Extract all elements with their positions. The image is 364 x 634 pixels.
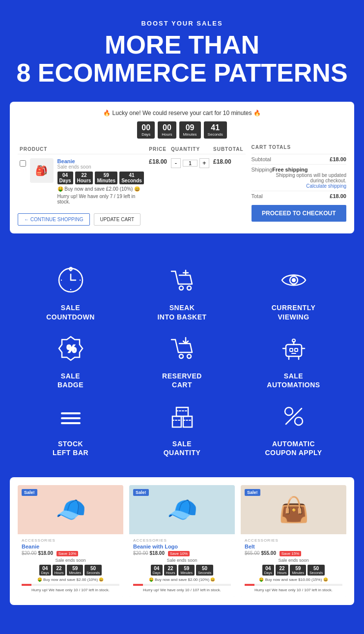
product-card[interactable]: Sale! 🧢 ACCESSORIES Beanie $20.00 $18.00… [18,485,123,597]
svg-point-12 [187,286,191,290]
product-category: ACCESSORIES [22,538,119,543]
subtotal-cell: £18.00 [211,154,246,209]
product-card[interactable]: Sale! 👜 ACCESSORIES Belt $65.00 $55.00 S… [241,485,346,597]
main-title: MORE THAN 8 ECOMMERCE PATTERNS [10,31,354,87]
svg-point-43 [285,407,293,415]
svg-point-16 [292,279,295,282]
feature-stock-left-bar: STOCK LEFT BAR [20,399,121,457]
calculate-shipping-link[interactable]: Calculate shipping [272,183,346,189]
cart-actions: ← CONTINUE SHOPPING UPDATE CART [18,213,246,226]
svg-rect-37 [183,416,192,427]
reserved-cart-icon [165,331,199,366]
svg-line-10 [175,271,178,284]
quantity-control: - + [171,158,209,168]
product-cell: 🎒 Beanie Sale ends soon 04Days 22Hours 5… [18,154,147,209]
product-info: ACCESSORIES Belt $65.00 $55.00 Save 15% … [241,534,346,597]
feature-label-sale-badge: SALE BADGE [57,372,84,389]
countdown-minutes: 09 Minutes [179,121,201,139]
cart-left-col: PRODUCT PRICE QUANTITY SUBTOTAL [18,144,246,226]
countdown-days: 00 Days [137,121,155,139]
svg-rect-23 [286,345,302,356]
svg-point-44 [295,417,303,425]
feature-automatic-coupon: AUTOMATIC COUPON APPLY [243,399,344,457]
product-prices: $65.00 $55.00 Save 15% [245,550,342,556]
cart-notice: 🔥 Lucky one! We could reserve your cart … [18,110,346,116]
total-row: Total £18.00 [252,191,347,201]
svg-rect-38 [176,407,188,416]
stock-left-bar-icon [54,399,88,433]
col-price: PRICE [147,144,169,154]
product-name: Beanie [57,158,145,164]
update-cart-button[interactable]: UPDATE CART [94,213,141,226]
hurry-text: Hurry up! We have only 10 / 107 left in … [133,588,231,592]
svg-point-20 [179,354,183,358]
price-cell: £18.00 [147,154,169,209]
quantity-cell: - + [169,154,211,209]
sale-countdown-icon [54,263,88,297]
product-category: ACCESSORIES [133,538,231,543]
qty-input[interactable] [183,160,197,167]
stock-bar [22,584,119,586]
products-showcase: Sale! 🧢 ACCESSORIES Beanie $20.00 $18.00… [10,477,354,605]
col-subtotal: SUBTOTAL [211,144,246,154]
svg-line-42 [286,408,302,424]
continue-shopping-button[interactable]: ← CONTINUE SHOPPING [18,213,90,226]
subtotal-row: Subtotal £18.00 [252,154,347,164]
product-sale-text: Sale ends soon [57,164,145,170]
feature-label-automatic-coupon: AUTOMATIC COUPON APPLY [265,439,322,457]
sale-badge: Sale! [245,489,260,496]
mini-countdown: 04Days22Hours59Minutes50Seconds [245,565,342,576]
product-title: Beanie [22,544,119,549]
feature-reserved-cart: RESERVED CART [131,331,233,389]
product-prices: $20.00 $18.00 Save 10% [22,550,119,556]
cart-totals-title: CART TOTALS [252,144,347,150]
remove-checkbox[interactable] [20,160,26,167]
hurry-text: Hurry up! We have only 10 / 107 left in … [22,588,119,592]
cart-table: PRODUCT PRICE QUANTITY SUBTOTAL [18,144,246,208]
feature-label-sneak-into-basket: SNEAK INTO BASKET [157,303,206,321]
col-product: PRODUCT [18,144,147,154]
product-info: ACCESSORIES Beanie $20.00 $18.00 Save 10… [18,534,123,597]
automatic-coupon-icon [277,399,311,433]
feature-label-stock-left-bar: STOCK LEFT BAR [53,439,88,457]
table-row: 🎒 Beanie Sale ends soon 04Days 22Hours 5… [18,154,246,209]
countdown-seconds: 41 Seconds [204,121,227,139]
product-info: ACCESSORIES Beanie with Logo $20.00 $18.… [129,534,235,597]
product-card[interactable]: Sale! 🧢 ACCESSORIES Beanie with Logo $20… [129,485,235,597]
mini-countdown: 04Days22Hours59Minutes50Seconds [133,565,231,576]
boost-label: BOOST YOUR SALES [10,20,354,27]
svg-point-28 [292,339,295,342]
sale-automations-icon [277,331,311,366]
sale-badge-icon: % [54,331,88,366]
sale-badge: Sale! [22,489,37,496]
header-section: BOOST YOUR SALES MORE THAN 8 ECOMMERCE P… [0,0,364,102]
col-quantity: QUANTITY [169,144,211,154]
qty-decrease[interactable]: - [171,158,181,168]
checkout-button[interactable]: PROCEED TO CHECKOUT [252,205,347,222]
product-thumbnail: 🎒 [30,158,54,183]
feature-sale-countdown: SALE COUNTDOWN [20,263,121,321]
save-text: 🤑 Buy now and save £2.00 (10%) 😀 [57,186,145,192]
cart-right-col: CART TOTALS Subtotal £18.00 Shipping Fre… [252,144,347,226]
hurry-text: Hurry up! We have only 10 / 107 left in … [245,588,342,592]
feature-sale-automations: SALE AUTOMATIONS [243,331,344,389]
svg-point-21 [187,354,191,358]
feature-label-sale-quantity: SALE QUANTITY [164,439,201,457]
sneak-into-basket-icon [165,263,199,297]
svg-rect-25 [295,348,298,351]
shipping-row: Shipping Free shipping Shipping options … [252,164,347,191]
qty-increase[interactable]: + [199,158,209,168]
countdown-hours: 00 Hours [158,121,176,139]
sale-ends-text: Sale ends soon [133,558,231,563]
feature-label-currently-viewing: CURRENTLY VIEWING [272,303,316,321]
svg-text:%: % [67,343,77,355]
cart-countdown: 00 Days 00 Hours 09 Minutes 41 Seconds [18,121,346,139]
save-text: 🤑 Buy now and save $10.00 (15%) 😀 [245,577,342,582]
save-badge: Save 10% [56,551,78,556]
product-title: Belt [245,544,342,549]
currently-viewing-icon [277,263,311,297]
hurry-text: Hurry up! We have only 7 / 19 left in st… [57,194,145,204]
save-text: 🤑 Buy now and save $2.00 (10%) 😀 [133,577,231,582]
features-grid: SALE COUNTDOWNSNEAK INTO BASKETCURRENTLY… [0,253,364,472]
product-prices: $20.00 $18.00 Save 10% [133,550,231,556]
